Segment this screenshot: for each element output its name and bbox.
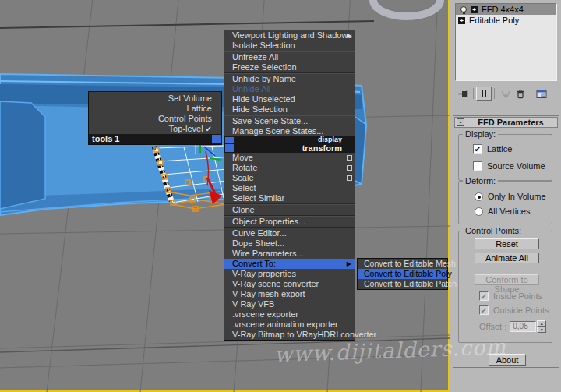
menu-item-convert-to[interactable]: Convert To:▶ — [224, 259, 355, 269]
menu-item-unfreeze-all[interactable]: Unfreeze All — [224, 52, 355, 62]
lightbulb-icon[interactable] — [460, 6, 467, 12]
toolbar-divider — [494, 88, 495, 99]
menu-item-hide-unselected[interactable]: Hide Unselected — [224, 94, 355, 104]
menu-item-vray-properties[interactable]: V-Ray properties — [224, 269, 355, 279]
command-panel: + FFD 4x4x4 + Editable Poly — [450, 0, 561, 392]
menu-item-set-volume[interactable]: Set Volume — [89, 94, 221, 104]
inside-points-checkbox[interactable]: ✔ — [479, 291, 489, 301]
menu-item-vrscene-exporter[interactable]: .vrscene exporter — [224, 309, 355, 320]
show-end-result-button[interactable] — [476, 87, 492, 101]
quadrant-indicator — [225, 144, 234, 152]
submenu-item-editable-patch[interactable]: Convert to Editable Patch — [358, 279, 447, 289]
control-points-group: Control Points: Reset Animate All Confor… — [458, 231, 552, 343]
menu-item-unhide-all[interactable]: Unhide All — [224, 84, 355, 94]
viewport-3d[interactable]: Set Volume Lattice Control Points Top-le… — [0, 0, 450, 392]
display-group: Display: ✔ Lattice Source Volume — [458, 134, 552, 181]
configure-window-icon — [536, 89, 547, 99]
menu-item-select-similar[interactable]: Select Similar — [224, 193, 355, 203]
offset-row: Offset : 0,05 ▲ ▼ — [479, 320, 546, 332]
offset-label: Offset : — [479, 322, 506, 331]
spinner-up-icon[interactable]: ▲ — [537, 320, 546, 327]
menu-item-curve-editor[interactable]: Curve Editor... — [224, 228, 355, 238]
settings-box-icon[interactable] — [347, 175, 352, 181]
toolbar-divider — [531, 88, 531, 99]
convert-to-submenu: Convert to Editable Mesh Convert to Edit… — [357, 258, 448, 290]
spinner-down-icon[interactable]: ▼ — [537, 327, 546, 333]
menu-item-scale[interactable]: Scale — [224, 173, 355, 183]
only-in-volume-radio[interactable] — [475, 192, 483, 201]
trash-icon — [516, 89, 525, 99]
menu-item-viewport-lighting[interactable]: Viewport Lighting and Shadows▶ — [224, 30, 355, 41]
pin-icon — [458, 89, 468, 99]
checkmark-icon: ✔ — [203, 125, 212, 133]
source-volume-checkbox[interactable] — [473, 161, 482, 171]
quadrant-title-display[interactable]: display — [224, 136, 355, 143]
outside-points-checkbox[interactable]: ✔ — [479, 305, 489, 315]
menu-item-hide-selection[interactable]: Hide Selection — [224, 104, 355, 115]
make-unique-button[interactable] — [497, 87, 513, 101]
conform-to-shape-button[interactable]: Conform to Shape — [475, 274, 539, 285]
make-unique-icon — [500, 89, 510, 99]
offset-spinner[interactable]: ▲ ▼ — [537, 320, 546, 332]
settings-box-icon[interactable] — [347, 155, 352, 161]
deform-group-label: Deform: — [463, 176, 498, 185]
control-points-group-label: Control Points: — [463, 226, 524, 235]
reset-button[interactable]: Reset — [475, 238, 539, 249]
expand-plus-icon[interactable]: + — [471, 6, 478, 13]
expand-plus-icon[interactable]: + — [458, 17, 465, 24]
menu-item-vray-mesh-export[interactable]: V-Ray mesh export — [224, 289, 355, 299]
menu-item-vrscene-animation-exporter[interactable]: .vrscene animation exporter — [224, 320, 355, 330]
only-in-volume-radio-row[interactable]: Only In Volume — [475, 192, 546, 201]
submenu-item-editable-mesh[interactable]: Convert to Editable Mesh — [358, 259, 447, 269]
menu-item-save-scene-state[interactable]: Save Scene State... — [224, 116, 355, 126]
menu-item-lattice[interactable]: Lattice — [89, 104, 221, 114]
modifier-stack-list: + FFD 4x4x4 + Editable Poly — [455, 3, 557, 81]
submenu-item-editable-poly[interactable]: Convert to Editable Poly — [358, 269, 447, 279]
lattice-checkbox[interactable]: ✔ — [473, 144, 482, 154]
remove-modifier-button[interactable] — [513, 87, 528, 101]
modifier-stack-row-editable-poly[interactable]: + Editable Poly — [456, 15, 556, 26]
display-group-label: Display: — [463, 129, 498, 139]
screenshot-root: Set Volume Lattice Control Points Top-le… — [0, 0, 561, 392]
menu-item-vray-vfb[interactable]: V-Ray VFB — [224, 299, 355, 309]
quad-menu-tools: Set Volume Lattice Control Points Top-le… — [88, 91, 222, 145]
menu-item-control-points[interactable]: Control Points — [89, 114, 221, 124]
collapse-minus-icon[interactable]: - — [457, 118, 464, 126]
menu-item-vray-bitmap-converter[interactable]: V-Ray Bitmap to VRayHDRI converter — [224, 330, 355, 340]
about-button[interactable]: About — [489, 354, 526, 366]
menu-item-vray-scene-converter[interactable]: V-Ray scene converter — [224, 279, 355, 289]
toolbar-divider — [473, 88, 474, 99]
all-vertices-radio[interactable] — [475, 207, 483, 216]
quadrant-title-transform[interactable]: transform — [224, 143, 355, 153]
menu-item-select[interactable]: Select — [224, 183, 355, 193]
all-vertices-radio-row[interactable]: All Vertices — [475, 207, 530, 216]
rollout-header[interactable]: - FFD Parameters — [454, 117, 558, 128]
grid-major-line — [0, 21, 374, 28]
offset-field[interactable]: 0,05 — [510, 321, 536, 332]
menu-item-wire-parameters[interactable]: Wire Parameters... — [224, 249, 355, 259]
menu-item-dope-sheet[interactable]: Dope Sheet... — [224, 238, 355, 249]
menu-item-object-properties[interactable]: Object Properties... — [224, 217, 355, 227]
configure-modifier-sets-button[interactable] — [534, 87, 549, 101]
settings-box-icon[interactable] — [347, 165, 352, 171]
show-end-result-icon — [479, 89, 489, 98]
menu-item-rotate[interactable]: Rotate — [224, 163, 355, 173]
animate-all-button[interactable]: Animate All — [475, 253, 539, 263]
quadrant-title-tools[interactable]: tools 1 — [89, 134, 221, 144]
modifier-stack-row-ffd[interactable]: + FFD 4x4x4 — [456, 4, 556, 15]
quad-menu-main: Viewport Lighting and Shadows▶ Isolate S… — [224, 30, 355, 341]
menu-item-isolate-selection[interactable]: Isolate Selection — [224, 41, 355, 51]
submenu-arrow-icon: ▶ — [347, 30, 351, 41]
outside-points-checkbox-row[interactable]: ✔ Outside Points — [479, 305, 549, 315]
menu-item-top-level[interactable]: Top-level✔ — [89, 124, 221, 134]
menu-item-clone[interactable]: Clone — [224, 205, 355, 215]
menu-item-unhide-by-name[interactable]: Unhide by Name — [224, 74, 355, 84]
ring-object — [373, 0, 440, 16]
menu-item-move[interactable]: Move — [224, 153, 355, 163]
quadrant-indicator — [225, 137, 234, 143]
menu-item-freeze-selection[interactable]: Freeze Selection — [224, 62, 355, 72]
lattice-checkbox-row[interactable]: ✔ Lattice — [473, 144, 512, 154]
pin-stack-button[interactable] — [455, 87, 471, 101]
inside-points-checkbox-row[interactable]: ✔ Inside Points — [479, 291, 542, 301]
source-volume-checkbox-row[interactable]: Source Volume — [473, 161, 545, 171]
